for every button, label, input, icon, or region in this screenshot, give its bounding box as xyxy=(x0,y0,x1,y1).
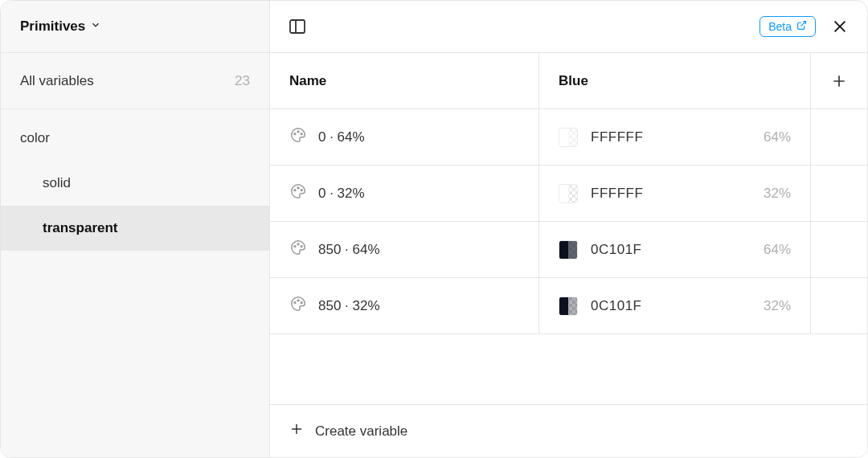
tree-item-color[interactable]: color xyxy=(1,116,269,161)
svg-point-9 xyxy=(301,133,302,135)
svg-point-8 xyxy=(297,131,299,133)
tree-item-transparent[interactable]: transparent xyxy=(1,206,269,251)
variable-row[interactable]: 0 · 64%FFFFFF64% xyxy=(270,109,867,166)
tree-item-label: transparent xyxy=(43,220,118,236)
variable-name-cell[interactable]: 0 · 32% xyxy=(270,166,539,221)
color-swatch xyxy=(559,296,578,316)
variable-row[interactable]: 0 · 32%FFFFFF32% xyxy=(270,166,867,222)
row-trail xyxy=(811,166,867,221)
variable-row[interactable]: 850 · 64%0C101F64% xyxy=(270,222,867,278)
hex-value: 0C101F xyxy=(591,242,751,258)
svg-point-16 xyxy=(294,302,296,304)
variable-name-cell[interactable]: 850 · 64% xyxy=(270,222,539,277)
palette-icon xyxy=(289,182,307,204)
svg-line-2 xyxy=(800,22,805,27)
palette-icon xyxy=(289,126,307,148)
palette-icon xyxy=(289,239,307,260)
chevron-down-icon xyxy=(90,19,101,34)
tree-item-solid[interactable]: solid xyxy=(1,161,269,206)
variable-rows: 0 · 64%FFFFFF64%0 · 32%FFFFFF32%850 · 64… xyxy=(270,109,867,334)
color-swatch xyxy=(559,128,578,147)
app-frame: Primitives All variables 23 colorsolidtr… xyxy=(0,0,868,458)
beta-badge[interactable]: Beta xyxy=(760,16,816,37)
create-variable-label: Create variable xyxy=(315,423,407,440)
all-variables-label: All variables xyxy=(20,73,94,89)
opacity-value: 64% xyxy=(764,242,791,258)
close-button[interactable] xyxy=(829,15,851,38)
variable-value-cell[interactable]: 0C101F64% xyxy=(539,222,811,277)
color-swatch xyxy=(559,240,578,260)
variable-name-cell[interactable]: 850 · 32% xyxy=(270,278,539,333)
beta-label: Beta xyxy=(768,20,792,33)
svg-point-13 xyxy=(294,246,296,247)
group-tree: colorsolidtransparent xyxy=(1,109,269,251)
variable-value-cell[interactable]: FFFFFF32% xyxy=(539,166,811,221)
hex-value: FFFFFF xyxy=(591,186,751,202)
hex-value: 0C101F xyxy=(591,298,751,314)
variable-name-cell[interactable]: 0 · 64% xyxy=(270,109,539,165)
variable-name: 850 · 64% xyxy=(318,242,380,258)
opacity-value: 64% xyxy=(764,129,791,145)
create-variable-button[interactable]: Create variable xyxy=(270,404,867,457)
svg-point-7 xyxy=(294,133,296,135)
row-trail xyxy=(811,278,867,333)
row-trail xyxy=(811,109,867,165)
tree-item-label: solid xyxy=(43,175,71,191)
sidebar: Primitives All variables 23 colorsolidtr… xyxy=(1,1,270,457)
add-mode-button[interactable] xyxy=(811,53,867,108)
variable-name: 0 · 64% xyxy=(318,129,365,145)
collection-dropdown[interactable]: Primitives xyxy=(1,1,269,53)
svg-point-17 xyxy=(297,300,299,301)
palette-icon xyxy=(289,295,307,317)
variable-value-cell[interactable]: 0C101F32% xyxy=(539,278,811,333)
hex-value: FFFFFF xyxy=(591,129,751,145)
svg-point-11 xyxy=(297,187,299,189)
variable-row[interactable]: 850 · 32%0C101F32% xyxy=(270,278,867,334)
opacity-value: 32% xyxy=(764,186,791,202)
plus-icon xyxy=(289,422,304,440)
external-link-icon xyxy=(796,20,807,33)
row-trail xyxy=(811,222,867,277)
svg-point-10 xyxy=(294,190,296,191)
column-mode-header[interactable]: Blue xyxy=(539,53,811,108)
all-variables-count: 23 xyxy=(235,73,250,89)
svg-point-18 xyxy=(301,302,302,304)
variable-name: 850 · 32% xyxy=(318,298,380,314)
variable-value-cell[interactable]: FFFFFF64% xyxy=(539,109,811,165)
variable-name: 0 · 32% xyxy=(318,186,365,202)
column-name-header[interactable]: Name xyxy=(270,53,539,108)
sidebar-toggle-button[interactable] xyxy=(286,15,309,38)
opacity-value: 32% xyxy=(764,298,791,314)
main: Beta Name Blue xyxy=(270,1,867,457)
svg-rect-0 xyxy=(290,20,305,33)
svg-point-14 xyxy=(297,243,299,245)
all-variables-row[interactable]: All variables 23 xyxy=(1,53,269,109)
column-header: Name Blue xyxy=(270,53,867,109)
collection-title: Primitives xyxy=(20,18,85,35)
svg-point-12 xyxy=(301,190,302,191)
tree-item-label: color xyxy=(20,130,50,146)
main-header: Beta xyxy=(270,1,867,53)
svg-point-15 xyxy=(301,246,302,247)
color-swatch xyxy=(559,184,578,203)
